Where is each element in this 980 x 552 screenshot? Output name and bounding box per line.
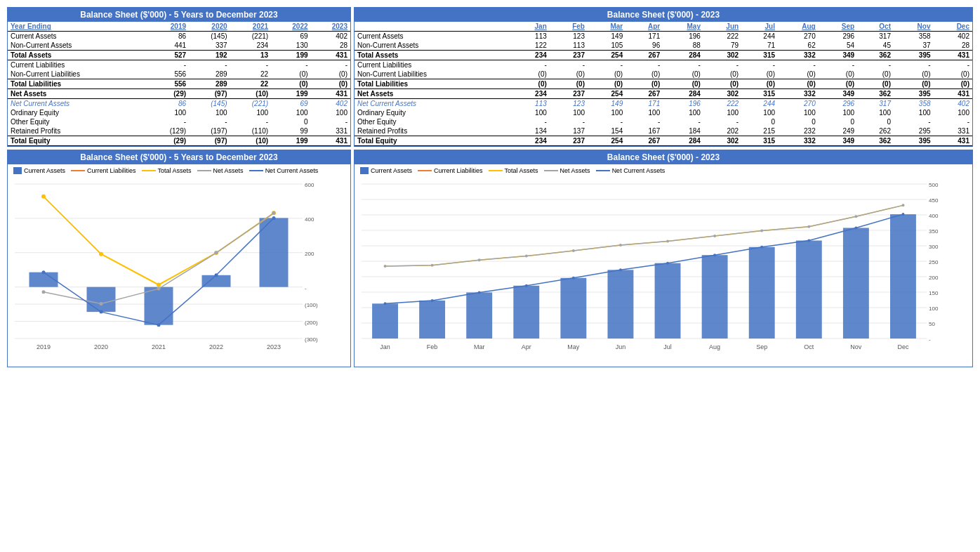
svg-point-31 [157, 323, 161, 327]
row-value: 331 [311, 126, 350, 136]
col-2023: 2023 [311, 22, 350, 32]
row-value: 113 [512, 32, 550, 41]
row-value: 284 [663, 136, 703, 146]
svg-text:(200): (200) [305, 320, 318, 326]
row-label: Non-Current Assets [8, 41, 148, 51]
right-col-sep: Sep [819, 22, 857, 32]
table-row: Total Liabilities(0)(0)(0)(0)(0)(0)(0)(0… [355, 79, 972, 89]
row-value: (0) [894, 70, 934, 79]
row-value: 234 [512, 51, 550, 60]
row-value: 302 [703, 51, 741, 60]
row-value: (97) [189, 136, 230, 146]
row-label: Ordinary Equity [8, 108, 148, 117]
table-row: Ordinary Equity100100100100100 [8, 108, 350, 117]
row-value: 237 [550, 136, 588, 146]
row-value: 199 [271, 136, 310, 146]
row-value: - [894, 60, 934, 70]
row-value: (0) [663, 70, 703, 79]
table-row: Total Assets52719213199431 [8, 51, 350, 60]
row-value: - [148, 117, 190, 126]
row-value: - [230, 117, 272, 126]
svg-rect-63 [466, 292, 492, 339]
svg-point-83 [854, 215, 857, 218]
svg-rect-70 [796, 241, 822, 339]
row-value: 395 [894, 136, 934, 146]
row-value: (0) [311, 79, 350, 89]
table-row: Non-Current Assets1221131059688797162544… [355, 41, 972, 51]
row-value: - [934, 117, 972, 126]
svg-point-24 [42, 290, 46, 294]
svg-point-79 [666, 239, 669, 242]
row-value: 441 [148, 41, 190, 51]
svg-rect-67 [655, 263, 681, 339]
svg-point-30 [100, 310, 103, 314]
right-col-feb: Feb [550, 22, 588, 32]
table-row: Current Liabilities------------ [355, 60, 972, 70]
row-value: - [703, 60, 741, 70]
row-value: 349 [819, 89, 857, 99]
row-value: 337 [189, 41, 230, 51]
row-value: 315 [741, 89, 778, 99]
row-value: 402 [934, 99, 972, 109]
row-value: 0 [857, 117, 894, 126]
row-value: 196 [663, 99, 703, 109]
svg-point-73 [384, 265, 387, 268]
row-value: 431 [934, 89, 972, 99]
row-label: Ordinary Equity [355, 108, 512, 117]
svg-text:Oct: Oct [804, 343, 814, 350]
svg-rect-16 [145, 287, 173, 325]
svg-point-78 [619, 244, 622, 247]
row-value: (0) [741, 79, 778, 89]
legend-current-liabilities: Current Liabilities [71, 167, 136, 174]
row-value: - [189, 117, 230, 126]
svg-point-88 [525, 284, 528, 287]
svg-point-74 [431, 264, 434, 267]
svg-point-26 [157, 287, 161, 291]
row-value: 100 [625, 108, 663, 117]
right-chart-area: 50045040035030025020015010050-JanFebMarA… [355, 177, 972, 367]
svg-text:Jul: Jul [663, 343, 672, 350]
row-label: Total Equity [355, 136, 512, 146]
table-row: Ordinary Equity1001001001001001001001001… [355, 108, 972, 117]
row-value: 556 [148, 79, 190, 89]
row-label: Net Current Assets [8, 99, 148, 109]
svg-point-19 [41, 195, 46, 199]
row-value: 96 [625, 41, 663, 51]
table-row: Total Assets2342372542672843023153323493… [355, 51, 972, 60]
right-legend-nca: Net Current Assets [596, 167, 666, 174]
svg-text:Jan: Jan [380, 343, 390, 350]
table-row: Total Equity2342372542672843023153323493… [355, 136, 972, 146]
svg-point-87 [478, 291, 481, 294]
svg-point-85 [384, 302, 387, 305]
row-value: (0) [550, 79, 588, 89]
row-value: 317 [857, 99, 894, 109]
row-value: 184 [663, 126, 703, 136]
svg-text:350: 350 [929, 228, 939, 235]
row-value: (0) [819, 70, 857, 79]
row-value: 130 [271, 41, 310, 51]
row-value: 296 [819, 32, 857, 41]
svg-rect-66 [608, 270, 634, 339]
row-value: 113 [512, 99, 550, 109]
row-value: - [857, 60, 894, 70]
right-table-title: Balance Sheet ($'000) - 2023 [355, 8, 972, 22]
row-value: (0) [663, 79, 703, 89]
row-value: 431 [311, 51, 350, 60]
row-value: - [550, 117, 588, 126]
row-value: 149 [588, 32, 625, 41]
row-label: Other Equity [355, 117, 512, 126]
legend-ta-label: Total Assets [158, 167, 192, 174]
row-value: (0) [271, 79, 310, 89]
right-chart-legend: Current Assets Current Liabilities Total… [355, 164, 972, 177]
left-table-title: Balance Sheet ($'000) - 5 Years to Decem… [8, 8, 350, 22]
row-value: (145) [189, 99, 230, 109]
table-row: Net Current Assets1131231491711962222442… [355, 99, 972, 109]
row-value: - [189, 60, 230, 70]
right-col-nov: Nov [894, 22, 934, 32]
row-value: 100 [934, 108, 972, 117]
table-row: Non-Current Liabilities(0)(0)(0)(0)(0)(0… [355, 70, 972, 79]
row-label: Total Assets [355, 51, 512, 60]
row-label: Current Liabilities [355, 60, 512, 70]
row-value: 45 [857, 41, 894, 51]
row-value: (0) [625, 79, 663, 89]
